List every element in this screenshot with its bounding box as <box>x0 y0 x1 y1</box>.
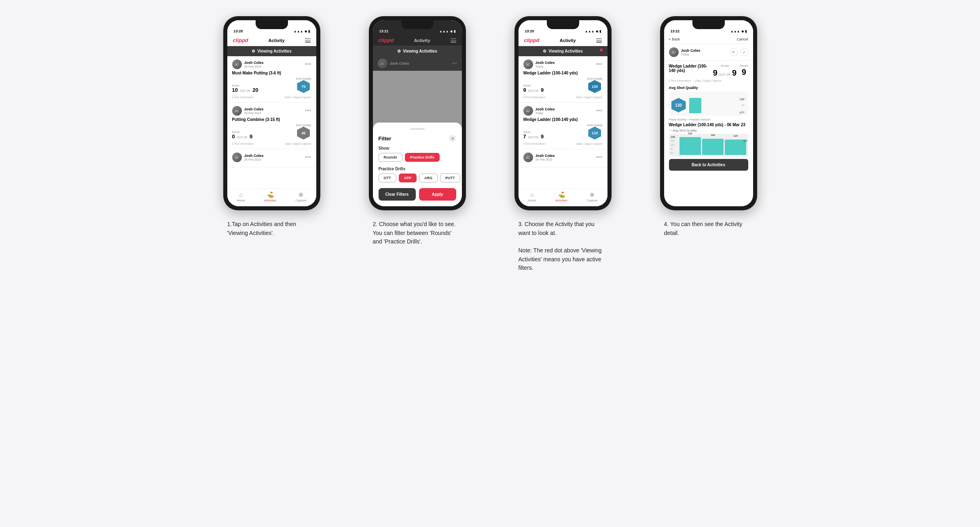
pill-putt[interactable]: PUTT <box>440 174 460 182</box>
hamburger-2[interactable] <box>451 38 456 42</box>
pill-arg[interactable]: ARG <box>419 174 438 182</box>
avatar-4: JC <box>669 47 679 57</box>
activities-icon-3: ⛳ <box>558 191 565 198</box>
status-icons-3: ▲▲▲ ◈ ▮ <box>585 30 601 33</box>
back-to-activities-button-4[interactable]: Back to Activities <box>669 159 748 171</box>
wifi-icon-3: ◈ <box>596 30 598 33</box>
activity-card-1-1[interactable]: JC Josh Coles 28 Feb 2023 ••• Must Make … <box>227 56 316 103</box>
detail-user-row-4: JC Josh Coles Today ✏ ⤢ <box>664 44 753 61</box>
filter-card: Filter ✕ Show Rounds Practice Drills Pra… <box>373 123 462 206</box>
filter-icon-2: ⚙ <box>397 49 401 53</box>
activities-icon-1: ⛳ <box>267 191 274 198</box>
step-desc-2: 2. Choose what you'd like to see. You ca… <box>373 220 462 246</box>
filter-icon-3: ⚙ <box>543 49 546 53</box>
more-dots-1-3[interactable]: ••• <box>305 155 311 160</box>
battery-icon-3: ▮ <box>599 30 601 33</box>
activity-card-3-2[interactable]: JC Josh Coles Today ••• Wedge Ladder (10… <box>519 103 607 149</box>
nav-activities-1[interactable]: ⛳ Activities <box>264 191 276 202</box>
nav-activities-label-3: Activities <box>555 199 567 202</box>
filter-handle <box>410 128 425 130</box>
nav-home-3[interactable]: ⌂ Home <box>528 191 536 202</box>
hamburger-1[interactable] <box>305 38 311 42</box>
nav-home-1[interactable]: ⌂ Home <box>237 191 245 202</box>
step-desc-1: 1.Tap on Activities and then 'Viewing Ac… <box>227 220 316 237</box>
info-text2-4: Data: Clippd Capture <box>695 79 721 83</box>
phone-3: 13:20 ▲▲▲ ◈ ▮ clippd Activity ⚙ Viewing … <box>514 16 612 210</box>
home-icon-3: ⌂ <box>530 191 533 198</box>
viewing-banner-1[interactable]: ⚙ Viewing Activities <box>227 46 316 56</box>
filter-actions: Clear Filters Apply <box>379 188 456 201</box>
user-info-1-3: Josh Coles 28 Feb 2023 <box>244 154 303 161</box>
time-3: 13:20 <box>525 29 534 33</box>
filter-close-button[interactable]: ✕ <box>449 135 456 142</box>
shots-total-4: 9 <box>742 68 746 77</box>
nav-capture-3[interactable]: ⊕ Capture <box>587 191 598 202</box>
bar-chart-4: 140 120 100 80 60 132 129 <box>669 134 748 157</box>
phone-1-inner: 13:20 ▲▲▲ ◈ ▮ clippd Activity ⚙ Viewi <box>227 20 316 206</box>
viewing-banner-2[interactable]: ⚙ Viewing Activities <box>373 46 462 56</box>
battery-icon: ▮ <box>308 30 310 33</box>
phone-3-inner: 13:20 ▲▲▲ ◈ ▮ clippd Activity ⚙ Viewing … <box>519 20 607 206</box>
pill-practice-drills[interactable]: Practice Drills <box>405 153 440 162</box>
drill-pills: OTT APP ARG PUTT <box>379 174 456 182</box>
cancel-button-4[interactable]: Cancel <box>737 37 748 41</box>
time-1: 13:20 <box>234 29 243 33</box>
user-date-1-3: 28 Feb 2023 <box>244 158 303 161</box>
pill-app[interactable]: APP <box>399 174 417 182</box>
apply-button[interactable]: Apply <box>419 188 456 201</box>
nav-bar-3: clippd Activity <box>519 35 607 46</box>
phone-1: 13:20 ▲▲▲ ◈ ▮ clippd Activity ⚙ Viewi <box>223 16 320 210</box>
outof-4: OUT OF <box>719 73 731 76</box>
nav-title-1: Activity <box>269 38 285 43</box>
banner-label-2: Viewing Activities <box>403 49 437 53</box>
bottom-nav-1: ⌂ Home ⛳ Activities ⊕ Capture <box>227 188 316 206</box>
edit-icon-4[interactable]: ✏ <box>730 48 738 56</box>
info-row-1-2: ℹ Test Information Data: Clippd Capture <box>232 141 311 146</box>
step-desc-3: 3. Choose the Activity that you want to … <box>519 220 607 273</box>
avg-quality-label-4: Avg Shot Quality <box>669 86 748 90</box>
viewing-banner-3[interactable]: ⚙ Viewing Activities <box>519 46 607 56</box>
info-row-3-2: ℹ Test Information Data: Clippd Capture <box>523 141 603 146</box>
score-block-3-1: Score 9 OUT OF 9 <box>523 84 544 93</box>
show-pills: Rounds Practice Drills <box>379 153 456 162</box>
clear-filters-button[interactable]: Clear Filters <box>379 188 416 201</box>
phone-notch-3 <box>547 20 579 29</box>
info-left-1-1: ℹ Test Information <box>232 96 254 99</box>
expand-icon-4[interactable]: ⤢ <box>740 48 748 56</box>
activity-card-3-1[interactable]: JC Josh Coles Today ••• Wedge Ladder (10… <box>519 56 607 103</box>
shot-quality-3-1: 130 <box>588 80 601 93</box>
page-wrapper: 13:20 ▲▲▲ ◈ ▮ clippd Activity ⚙ Viewi <box>207 16 773 273</box>
more-dots-3-3[interactable]: ••• <box>596 155 603 160</box>
phone-notch-4 <box>692 20 725 29</box>
more-dots-3-1[interactable]: ••• <box>596 61 603 67</box>
activity-card-1-2[interactable]: JC Josh Coles 28 Feb 2023 ••• Putting Co… <box>227 103 316 149</box>
back-button-4[interactable]: < Back <box>669 37 680 41</box>
quality-hex-4: 130 <box>671 98 686 112</box>
nav-logo-1: clippd <box>233 37 248 43</box>
dimmed-dots: ••• <box>452 61 457 66</box>
nav-activities-label-1: Activities <box>264 199 276 202</box>
phone-column-1: 13:20 ▲▲▲ ◈ ▮ clippd Activity ⚙ Viewi <box>207 16 337 237</box>
time-2: 13:21 <box>379 29 389 33</box>
shot-quality-1-2: 45 <box>297 127 310 140</box>
wifi-icon-4: ◈ <box>741 30 744 33</box>
hamburger-3[interactable] <box>596 38 602 42</box>
more-dots-1-1[interactable]: ••• <box>305 61 311 67</box>
score-block-1-1: Score 10 OUT OF 20 <box>232 84 258 93</box>
nav-capture-1[interactable]: ⊕ Capture <box>296 191 307 202</box>
activity-card-3-3[interactable]: JC Josh Coles 28 Feb 2023 ••• <box>519 149 607 167</box>
user-date-3-2: Today <box>536 111 594 115</box>
activity-card-1-3[interactable]: JC Josh Coles 28 Feb 2023 ••• <box>227 149 316 167</box>
nav-activities-3[interactable]: ⛳ Activities <box>555 191 567 202</box>
more-dots-1-2[interactable]: ••• <box>305 108 311 114</box>
banner-label-1: Viewing Activities <box>257 49 291 53</box>
signal-icon-3: ▲▲▲ <box>585 30 595 33</box>
pill-rounds[interactable]: Rounds <box>379 153 403 162</box>
avatar-1-3: JC <box>232 152 242 162</box>
user-date-3-1: Today <box>536 65 594 68</box>
capture-icon-3: ⊕ <box>590 191 595 198</box>
pill-ott[interactable]: OTT <box>379 174 396 182</box>
user-name-1-1: Josh Coles <box>244 61 303 65</box>
more-dots-3-2[interactable]: ••• <box>596 108 603 114</box>
detail-header-4: < Back Cancel <box>664 35 753 44</box>
